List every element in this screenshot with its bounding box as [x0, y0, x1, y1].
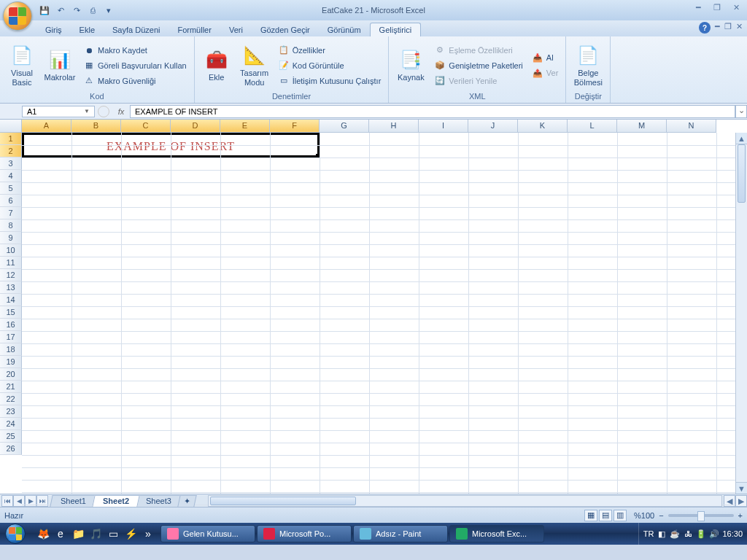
row-header[interactable]: 13 [0, 281, 22, 294]
taskbar-button[interactable]: Adsız - Paint [353, 525, 448, 542]
column-header[interactable]: K [518, 120, 568, 133]
macro-security-button[interactable]: ⚠Makro Güvenliği [80, 74, 190, 88]
vertical-scrollbar[interactable]: ▲ ▼ [735, 133, 747, 494]
row-header[interactable]: 8 [0, 219, 22, 232]
column-header[interactable]: D [171, 120, 220, 133]
view-code-button[interactable]: 📝Kod Görüntüle [275, 59, 384, 72]
macros-button[interactable]: 📊 Makrolar [42, 39, 77, 92]
hscroll-thumb[interactable] [210, 497, 356, 505]
row-header[interactable]: 24 [0, 418, 22, 430]
tab-sayfa-düzeni[interactable]: Sayfa Düzeni [104, 23, 169, 36]
page-break-view-button[interactable]: ▥ [614, 510, 627, 521]
column-header[interactable]: N [667, 120, 716, 133]
row-header[interactable]: 9 [0, 232, 22, 244]
help-icon[interactable]: ? [699, 22, 711, 34]
tab-veri[interactable]: Veri [220, 23, 252, 36]
row-header[interactable]: 15 [0, 306, 22, 319]
explorer-icon[interactable]: 📁 [70, 526, 86, 542]
tab-formüller[interactable]: Formüller [169, 23, 220, 36]
scroll-right-button[interactable]: ▶ [735, 495, 747, 507]
insert-sheet-button[interactable]: ✦ [177, 495, 196, 507]
row-header[interactable]: 10 [0, 244, 22, 257]
taskbar-button[interactable]: Microsoft Exc... [449, 525, 544, 542]
xml-source-button[interactable]: 📑 Kaynak [393, 39, 428, 92]
normal-view-button[interactable]: ▦ [584, 510, 597, 521]
sheet-tab[interactable]: Sheet3 [135, 495, 182, 507]
taskbar-button[interactable]: Microsoft Po... [257, 525, 352, 542]
row-header[interactable]: 19 [0, 356, 22, 368]
row-header[interactable]: 22 [0, 393, 22, 405]
minimize-ribbon-button[interactable]: ━ [715, 22, 720, 34]
tab-geliştirici[interactable]: Geliştirici [370, 23, 422, 36]
column-header[interactable]: C [121, 120, 171, 133]
office-button[interactable] [3, 1, 32, 31]
page-layout-view-button[interactable]: ▤ [599, 510, 612, 521]
qat-customize-icon[interactable]: ▾ [102, 4, 115, 17]
close-button[interactable]: ✕ [729, 1, 743, 13]
cells-area[interactable]: EXAMPLE OF INSERT [22, 133, 735, 494]
tab-görünüm[interactable]: Görünüm [319, 23, 370, 36]
xml-import-button[interactable]: 📥Al [529, 51, 562, 64]
firefox-icon[interactable]: 🦊 [35, 526, 51, 542]
first-sheet-button[interactable]: ⏮ [1, 495, 13, 507]
network-icon[interactable]: 🖧 [683, 529, 693, 539]
close-workbook-button[interactable]: ✕ [736, 22, 743, 34]
design-mode-button[interactable]: 📐 Tasarım Modu [237, 39, 272, 92]
insert-control-button[interactable]: 🧰 Ekle [199, 39, 234, 92]
row-header[interactable]: 17 [0, 331, 22, 343]
sheet-tab[interactable]: Sheet1 [50, 495, 96, 507]
row-header[interactable]: 16 [0, 319, 22, 331]
column-header[interactable]: G [320, 120, 369, 133]
row-header[interactable]: 12 [0, 269, 22, 281]
row-header[interactable]: 14 [0, 294, 22, 306]
taskbar-button[interactable]: Gelen Kutusu... [160, 525, 255, 542]
show-desktop-icon[interactable]: ▭ [105, 526, 121, 542]
row-header[interactable]: 5 [0, 182, 22, 195]
winamp-icon[interactable]: ⚡ [123, 526, 139, 542]
minimize-button[interactable]: ━ [692, 1, 705, 13]
visual-basic-button[interactable]: 📄 Visual Basic [4, 39, 39, 92]
zoom-level[interactable]: %100 [634, 511, 654, 520]
column-header[interactable]: L [568, 120, 617, 133]
zoom-out-button[interactable]: − [659, 511, 663, 520]
sheet-tab[interactable]: Sheet2 [92, 495, 139, 507]
column-header[interactable]: A [22, 120, 71, 133]
name-box[interactable]: A1▼ [22, 106, 95, 117]
record-macro-button[interactable]: ⏺Makro Kaydet [80, 44, 190, 57]
column-header[interactable]: E [220, 120, 270, 133]
undo-icon[interactable]: ↶ [54, 4, 67, 17]
properties-button[interactable]: 📋Özellikler [275, 44, 384, 57]
row-header[interactable]: 6 [0, 195, 22, 207]
document-panel-button[interactable]: 📄 Belge Bölmesi [570, 39, 605, 92]
scroll-up-button[interactable]: ▲ [736, 133, 747, 144]
row-header[interactable]: 3 [0, 158, 22, 170]
tab-giriş[interactable]: Giriş [36, 23, 71, 36]
select-all-corner[interactable] [0, 120, 22, 133]
row-header[interactable]: 4 [0, 170, 22, 182]
row-header[interactable]: 7 [0, 207, 22, 219]
row-header[interactable]: 11 [0, 257, 22, 269]
run-dialog-button[interactable]: ▭İletişim Kutusunu Çalıştır [275, 74, 384, 88]
column-header[interactable]: H [369, 120, 419, 133]
formula-input[interactable]: EXAMPLE OF INSERT [130, 105, 735, 118]
row-header[interactable]: 18 [0, 343, 22, 356]
ie-icon[interactable]: е [53, 526, 69, 542]
row-header[interactable]: 20 [0, 368, 22, 381]
horizontal-scrollbar[interactable] [208, 495, 722, 507]
row-header[interactable]: 1 [0, 133, 22, 145]
row-header[interactable]: 2 [0, 145, 22, 158]
start-button[interactable] [0, 523, 31, 545]
scroll-thumb[interactable] [738, 144, 746, 203]
language-indicator[interactable]: TR [643, 529, 654, 538]
tab-ekle[interactable]: Ekle [71, 23, 104, 36]
redo-icon[interactable]: ↷ [70, 4, 83, 17]
battery-icon[interactable]: 🔋 [696, 529, 706, 539]
scroll-down-button[interactable]: ▼ [736, 482, 747, 494]
row-header[interactable]: 26 [0, 443, 22, 455]
tab-gözden-geçir[interactable]: Gözden Geçir [252, 23, 319, 36]
zoom-in-button[interactable]: + [738, 511, 743, 520]
zoom-slider[interactable] [668, 514, 734, 517]
column-header[interactable]: F [270, 120, 320, 133]
volume-icon[interactable]: 🔊 [709, 529, 719, 539]
worksheet-grid[interactable]: ABCDEFGHIJKLMN 1234567891011121314151617… [0, 120, 747, 494]
